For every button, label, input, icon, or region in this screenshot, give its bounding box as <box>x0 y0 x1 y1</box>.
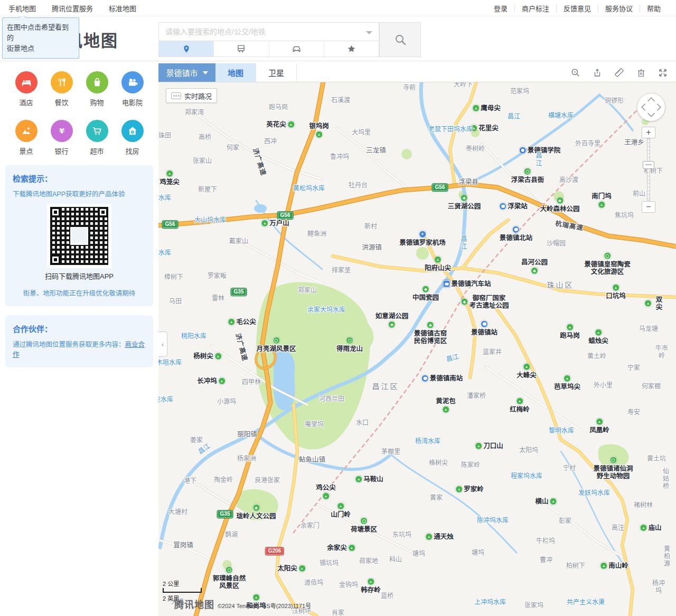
topbar-link-商户标注[interactable]: 商户标注 <box>514 5 556 13</box>
search-input[interactable] <box>159 23 379 41</box>
sidebar-collapse-handle[interactable]: ‹ <box>158 331 167 357</box>
category-超市[interactable]: 超市 <box>86 120 108 156</box>
map-poi[interactable]: 芭草坞尖 <box>554 375 580 391</box>
map-poi[interactable]: 花里尖 <box>470 125 499 132</box>
category-银行[interactable]: ¥银行 <box>51 120 73 156</box>
map-poi[interactable]: 中国瓷园 <box>412 286 439 301</box>
clear-button[interactable] <box>636 68 646 78</box>
map-place-label: 昌江 <box>534 152 541 168</box>
map-poi[interactable]: 如意湖公园 <box>375 312 409 328</box>
map-poi[interactable]: 景德镇古窑 民俗博览区 <box>414 321 447 345</box>
map-label-text: 杨树尖 <box>193 353 213 360</box>
map-poi[interactable]: 景德镇站 <box>471 320 497 336</box>
map-poi[interactable]: 银坞岗 <box>309 122 329 138</box>
map-poi[interactable]: 刀口山 <box>475 442 503 450</box>
zoom-slider-handle[interactable] <box>643 161 654 169</box>
topbar-link-反馈意见[interactable]: 反馈意见 <box>556 5 598 13</box>
map-poi[interactable]: 凤凰岭 <box>589 418 609 434</box>
city-selector-button[interactable]: 景德镇市 <box>158 63 215 82</box>
map-poi[interactable]: 鸡公尖 <box>316 484 336 500</box>
map-poi[interactable]: 万户山 <box>261 220 289 227</box>
map-poi[interactable]: 景德镇汽车站 <box>443 280 491 288</box>
map-poi[interactable]: 月亮湖风景区 <box>256 337 296 353</box>
map-poi[interactable]: 罗家岭 <box>455 486 484 493</box>
map-poi[interactable]: 大岭森林公园 <box>540 197 579 213</box>
zoom-search-button[interactable] <box>570 68 580 78</box>
category-购物[interactable]: 购物 <box>86 71 108 107</box>
map-poi[interactable]: 郭璞峰自然 风景区 <box>213 566 246 590</box>
pan-right-icon[interactable] <box>654 103 661 111</box>
map-poi[interactable]: 得雨龙山 <box>336 337 363 353</box>
category-电影院[interactable]: 电影院 <box>121 71 144 107</box>
search-tab-bus[interactable] <box>213 41 268 56</box>
map-poi[interactable]: 昌河公园 <box>521 259 548 274</box>
pan-compass-control[interactable] <box>637 93 665 121</box>
map-poi[interactable]: 珑岭人文公园 <box>236 504 276 520</box>
topbar-link-腾讯位置服务[interactable]: 腾讯位置服务 <box>52 5 93 13</box>
map-poi[interactable]: 景德镇北站 <box>500 226 533 242</box>
map-poi[interactable]: 景德镇皇窑陶瓷 文化旅游区 <box>584 252 631 276</box>
topbar-link-手机地图[interactable]: 手机地图 <box>8 5 36 13</box>
map-poi[interactable]: 大峰尖 <box>517 363 537 379</box>
map-poi[interactable]: 韩存岭 <box>361 578 381 594</box>
search-tab-location[interactable] <box>159 41 213 56</box>
map-poi[interactable]: 余家尖 <box>327 544 355 552</box>
map-layer-tab-卫星[interactable]: 卫星 <box>256 63 297 82</box>
map-poi[interactable]: 庙山 <box>640 524 661 532</box>
pan-down-icon[interactable] <box>647 110 655 117</box>
map-poi[interactable]: 通天烛 <box>425 533 454 541</box>
map-poi[interactable]: 三贤湖公园 <box>448 194 481 210</box>
partners-title: 合作伙伴： <box>13 323 146 334</box>
zoom-out-button[interactable]: − <box>642 201 655 213</box>
map-layer-tab-地图[interactable]: 地图 <box>215 63 256 82</box>
map-poi[interactable]: 跑马岗 <box>560 324 580 339</box>
map-poi[interactable]: 鸡笼尖 <box>159 170 180 186</box>
map-poi[interactable]: 马鞍山 <box>355 476 383 483</box>
map-poi[interactable]: 蜡烛尖 <box>588 329 608 345</box>
topbar-link-服务协议[interactable]: 服务协议 <box>598 5 640 13</box>
map-poi[interactable]: 英花尖 <box>266 121 295 128</box>
map-poi[interactable]: 山门岭 <box>331 503 351 518</box>
zoom-slider-track[interactable] <box>647 138 650 201</box>
traffic-toggle-button[interactable]: 实时路况 <box>166 88 217 103</box>
fullscreen-button[interactable] <box>658 68 668 78</box>
map-poi[interactable]: 太阳尖 <box>277 565 306 572</box>
map-poi[interactable]: 御窑厂国家 考古遗址公园 <box>461 295 509 310</box>
measure-button[interactable] <box>614 68 624 78</box>
map-poi[interactable]: 景德镇南站 <box>421 375 463 382</box>
pan-up-icon[interactable] <box>647 97 655 105</box>
topbar-link-标准地图[interactable]: 标准地图 <box>109 5 136 13</box>
pan-left-icon[interactable] <box>641 103 649 111</box>
map-label-text: 洪源镇 <box>362 244 382 251</box>
search-tab-favorite[interactable] <box>324 41 379 56</box>
search-tab-car[interactable] <box>269 41 324 56</box>
map-poi[interactable]: 黄泥包 <box>436 397 456 413</box>
map-poi[interactable]: 毛公尖 <box>228 318 256 326</box>
map-poi[interactable]: 横山 <box>535 498 557 505</box>
category-酒店[interactable]: 酒店 <box>15 71 37 107</box>
map-canvas[interactable]: 寺前大岭下范家坞铜锣形郑家湾跑马岗石溪渡英花尖银坞岗鹰母尖花里尖昌江横塘水库老鼠… <box>158 82 676 616</box>
share-button[interactable] <box>593 68 602 78</box>
search-dropdown-chevron-icon[interactable] <box>366 31 372 34</box>
category-找房[interactable]: 找房 <box>121 120 144 156</box>
map-poi[interactable]: 杨树尖 <box>193 353 222 360</box>
map-poi[interactable]: 南山岭 <box>600 562 628 570</box>
map-poi[interactable]: 鹰母尖 <box>472 105 501 112</box>
map-poi[interactable]: 景德镇罗家机场 <box>399 231 446 247</box>
category-景点[interactable]: 景点 <box>15 120 37 156</box>
map-poi[interactable]: 南门坞 <box>592 193 612 209</box>
map-poi[interactable]: 阳府山尖 <box>425 256 451 272</box>
category-餐饮[interactable]: 餐饮 <box>51 71 73 107</box>
zoom-in-button[interactable]: + <box>642 127 655 138</box>
map-poi[interactable]: 口坑坞 <box>606 284 626 300</box>
topbar-link-登录[interactable]: 登录 <box>487 5 514 13</box>
search-button[interactable] <box>379 22 421 57</box>
map-poi[interactable]: 双尖 <box>644 296 665 311</box>
map-poi[interactable]: 浮梁古县衙 <box>511 168 544 184</box>
map-poi[interactable]: 长冲坞 <box>197 377 226 385</box>
map-poi[interactable]: 红梅岭 <box>510 397 530 413</box>
map-poi[interactable]: 浮梁站 <box>499 203 528 210</box>
map-poi[interactable]: 荷塘景区 <box>351 517 377 533</box>
topbar-link-帮助[interactable]: 帮助 <box>640 5 668 13</box>
map-poi[interactable]: 景德镇诸仙洞 野生动物园 <box>593 457 633 480</box>
